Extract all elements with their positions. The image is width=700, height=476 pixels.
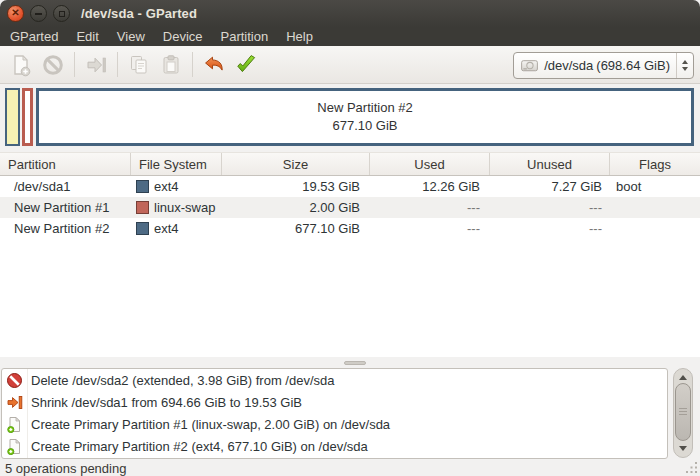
cell-size: 19.53 GiB	[222, 176, 370, 197]
disk-visual: New Partition #2 677.10 GiB	[0, 84, 700, 152]
copy-button[interactable]	[123, 50, 155, 80]
menubar: GParted Edit View Device Partition Help	[0, 27, 700, 46]
menu-view[interactable]: View	[108, 27, 154, 46]
operations-pane: Delete /dev/sda2 (extended, 3.98 GiB) fr…	[0, 368, 700, 460]
create-operation-icon	[6, 438, 23, 455]
cell-partition: /dev/sda1	[0, 176, 131, 197]
menu-help[interactable]: Help	[277, 27, 322, 46]
window-controls: ✕	[7, 5, 70, 22]
device-selector-value: /dev/sda	[544, 58, 593, 73]
operation-text: Create Primary Partition #1 (linux-swap,…	[31, 417, 390, 432]
operation-item[interactable]: Shrink /dev/sda1 from 694.66 GiB to 19.5…	[2, 391, 667, 413]
resize-move-icon	[84, 53, 108, 77]
splitter-grip-icon	[344, 361, 366, 365]
apply-button[interactable]	[230, 50, 262, 80]
device-selector[interactable]: /dev/sda (698.64 GiB)	[513, 52, 694, 79]
table-row[interactable]: /dev/sda1 ext4 19.53 GiB 12.26 GiB 7.27 …	[0, 176, 700, 197]
filesystem-color-swatch	[136, 222, 149, 235]
close-button[interactable]: ✕	[7, 5, 24, 22]
partition-table: Partition File System Size Used Unused F…	[0, 152, 700, 357]
menu-edit[interactable]: Edit	[67, 27, 107, 46]
disk-partition-label: New Partition #2	[317, 99, 412, 117]
menu-partition[interactable]: Partition	[212, 27, 278, 46]
cell-filesystem: ext4	[131, 176, 222, 197]
menu-gparted[interactable]: GParted	[1, 27, 67, 46]
operations-list: Delete /dev/sda2 (extended, 3.98 GiB) fr…	[1, 368, 668, 459]
delete-partition-icon	[41, 53, 65, 77]
column-header-flags[interactable]: Flags	[610, 153, 700, 175]
table-row[interactable]: New Partition #2 ext4 677.10 GiB --- ---	[0, 218, 700, 239]
column-header-used[interactable]: Used	[370, 153, 490, 175]
table-header: Partition File System Size Used Unused F…	[0, 152, 700, 176]
cell-partition: New Partition #2	[0, 218, 131, 239]
device-selector-spinner[interactable]	[676, 53, 693, 78]
cell-filesystem: ext4	[131, 218, 222, 239]
cell-partition: New Partition #1	[0, 197, 131, 218]
operation-text: Delete /dev/sda2 (extended, 3.98 GiB) fr…	[31, 373, 335, 388]
filesystem-label: ext4	[154, 179, 179, 194]
new-partition-button[interactable]	[5, 50, 37, 80]
operation-item[interactable]: Delete /dev/sda2 (extended, 3.98 GiB) fr…	[2, 369, 667, 391]
hard-drive-icon	[519, 55, 540, 76]
column-header-unused[interactable]: Unused	[490, 153, 610, 175]
cell-size: 677.10 GiB	[222, 218, 370, 239]
cell-unused: 7.27 GiB	[490, 176, 610, 197]
toolbar-separator	[192, 52, 193, 77]
resize-grip-icon[interactable]	[685, 461, 698, 474]
toolbar: /dev/sda (698.64 GiB)	[0, 46, 700, 84]
disk-partition-new-1[interactable]	[22, 88, 33, 146]
delete-partition-button[interactable]	[37, 50, 69, 80]
shrink-operation-icon	[6, 394, 23, 411]
cell-size: 2.00 GiB	[222, 197, 370, 218]
delete-operation-icon	[6, 372, 23, 389]
cell-used: ---	[370, 197, 490, 218]
disk-partition-new-2[interactable]: New Partition #2 677.10 GiB	[36, 88, 694, 146]
operation-text: Create Primary Partition #2 (ext4, 677.1…	[31, 439, 368, 454]
create-operation-icon	[6, 416, 23, 433]
gparted-window: ✕ /dev/sda - GParted GParted Edit View D…	[0, 0, 700, 476]
cell-used: ---	[370, 218, 490, 239]
toolbar-separator	[74, 52, 75, 77]
column-header-filesystem[interactable]: File System	[131, 153, 222, 175]
paste-button[interactable]	[155, 50, 187, 80]
cell-flags	[610, 218, 700, 239]
paste-icon	[159, 53, 183, 77]
apply-check-icon	[234, 53, 258, 77]
scrollbar-up-icon[interactable]	[679, 375, 687, 380]
filesystem-color-swatch	[136, 201, 149, 214]
new-partition-icon	[9, 53, 33, 77]
menu-device[interactable]: Device	[154, 27, 212, 46]
disk-partition-sda1[interactable]	[5, 88, 20, 146]
cell-flags	[610, 197, 700, 218]
scrollbar-grip-icon	[679, 408, 687, 416]
cell-unused: ---	[490, 197, 610, 218]
cell-filesystem: linux-swap	[131, 197, 222, 218]
column-header-size[interactable]: Size	[222, 153, 370, 175]
filesystem-label: linux-swap	[154, 200, 215, 215]
statusbar: 5 operations pending	[0, 460, 700, 476]
operation-item[interactable]: Create Primary Partition #2 (ext4, 677.1…	[2, 435, 667, 457]
resize-move-button[interactable]	[80, 50, 112, 80]
filesystem-color-swatch	[136, 180, 149, 193]
cell-used: 12.26 GiB	[370, 176, 490, 197]
window-title: /dev/sda - GParted	[81, 6, 197, 21]
spinner-up-icon	[682, 60, 688, 64]
table-row[interactable]: New Partition #1 linux-swap 2.00 GiB ---…	[0, 197, 700, 218]
spinner-down-icon	[682, 67, 688, 71]
minimize-button[interactable]	[30, 5, 47, 22]
column-header-partition[interactable]: Partition	[0, 153, 131, 175]
cell-flags: boot	[610, 176, 700, 197]
scrollbar-down-icon[interactable]	[679, 446, 687, 451]
device-selector-size: (698.64 GiB)	[596, 58, 670, 73]
copy-icon	[127, 53, 151, 77]
operation-text: Shrink /dev/sda1 from 694.66 GiB to 19.5…	[31, 395, 302, 410]
undo-icon	[202, 53, 226, 77]
scrollbar-thumb[interactable]	[675, 383, 691, 441]
operation-item[interactable]: Create Primary Partition #1 (linux-swap,…	[2, 413, 667, 435]
pane-splitter[interactable]	[0, 357, 700, 368]
cell-unused: ---	[490, 218, 610, 239]
filesystem-label: ext4	[154, 221, 179, 236]
maximize-button[interactable]	[53, 5, 70, 22]
operations-scrollbar[interactable]	[673, 368, 693, 458]
undo-button[interactable]	[198, 50, 230, 80]
